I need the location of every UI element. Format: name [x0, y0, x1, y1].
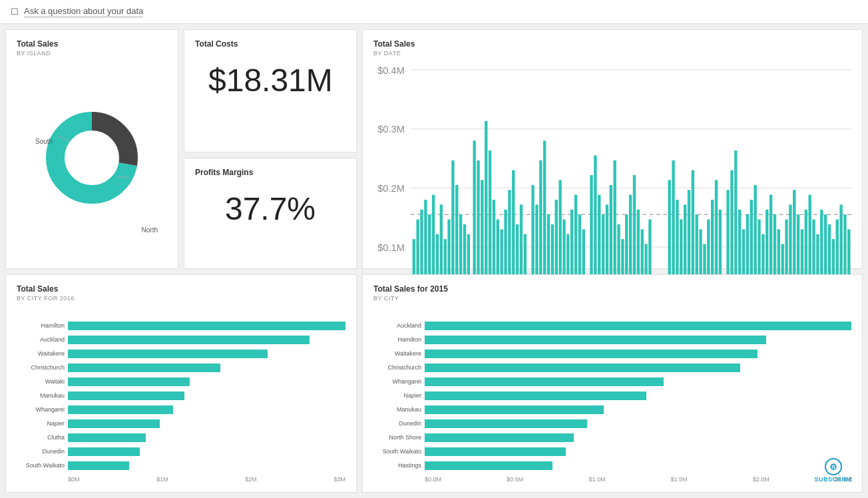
- bar-label: Clutha: [17, 434, 65, 441]
- bar-fill: [425, 377, 664, 386]
- x-axis-label: $0M: [68, 476, 80, 483]
- bar-fill: [68, 391, 184, 400]
- bar-label: Whangarei: [17, 406, 65, 413]
- bar-track: [425, 461, 851, 470]
- bar-fill: [68, 461, 129, 470]
- bar-label: South Waikato: [17, 462, 65, 469]
- list-item: Waitakere: [17, 348, 345, 359]
- list-item: Dunedin: [17, 446, 345, 457]
- bar-label: Hastings: [373, 462, 421, 469]
- card-subtitle: BY ISLAND: [17, 50, 167, 57]
- svg-text:$0.4M: $0.4M: [377, 65, 405, 76]
- x-axis-label: $2M: [245, 476, 257, 483]
- x-axis-label: $1.0M: [588, 476, 605, 483]
- ask-question-label[interactable]: Ask a question about your data: [24, 6, 143, 17]
- list-item: Auckland: [373, 320, 851, 331]
- bar-label: South Waikato: [373, 448, 421, 455]
- x-axis-label: $2.0M: [753, 476, 769, 483]
- bar-label: Christchurch: [17, 364, 65, 371]
- dashboard: Total Sales BY ISLAND South North Total …: [0, 24, 868, 498]
- bar-track: [68, 336, 345, 344]
- x-axis-label: $0.0M: [425, 476, 441, 483]
- bar-fill: [425, 461, 552, 470]
- donut-container: South North: [17, 57, 167, 259]
- donut-chart: [39, 105, 145, 211]
- bar-label: Manukau: [373, 406, 421, 413]
- bar-track: [68, 405, 345, 414]
- card-title: Total Sales: [17, 39, 167, 49]
- bar-fill: [68, 447, 140, 456]
- city2016-bar-chart: Hamilton Auckland Waitakere Christchurch…: [17, 302, 345, 474]
- total-sales-city-2015-card: Total Sales for 2015 BY CITY Auckland Ha…: [362, 274, 863, 493]
- subscribe-button[interactable]: ⚙ SUBSCRIBE: [814, 457, 853, 483]
- bar-label: North Shore: [373, 434, 421, 441]
- total-costs-title: Total Costs: [195, 39, 238, 49]
- bar-track: [425, 391, 851, 400]
- profit-margins-title: Profits Margins: [195, 168, 345, 177]
- bar-track: [425, 350, 851, 358]
- city2016-x-axis: $0M$1M$2M$3M: [17, 476, 345, 483]
- bar-fill: [68, 322, 345, 330]
- bar-fill: [68, 350, 268, 358]
- bar-track: [425, 322, 851, 330]
- bar-fill: [425, 336, 766, 344]
- bar-track: [425, 336, 851, 344]
- bar-track: [68, 377, 345, 386]
- subscribe-icon: ⚙: [824, 457, 843, 476]
- bar-label: Hamilton: [373, 336, 421, 343]
- bar-fill: [68, 336, 310, 344]
- total-costs-value: $18.31M: [195, 62, 333, 99]
- list-item: Whangarei: [17, 404, 345, 415]
- bar-track: [68, 461, 345, 470]
- city2016-title: Total Sales: [17, 284, 345, 294]
- x-axis-label: $3M: [333, 476, 345, 483]
- col2-stack: Total Costs $18.31M Profits Margins 37.7…: [184, 29, 357, 269]
- list-item: Napier: [17, 418, 345, 429]
- list-item: Manukau: [373, 404, 851, 415]
- bar-fill: [68, 405, 173, 414]
- list-item: Auckland: [17, 334, 345, 345]
- list-item: Whangarei: [373, 376, 851, 387]
- bar-track: [68, 419, 345, 428]
- city2015-title: Total Sales for 2015: [373, 284, 851, 294]
- svg-text:$0.3M: $0.3M: [377, 124, 405, 135]
- bar-track: [425, 377, 851, 386]
- bar-label: Auckland: [373, 322, 421, 329]
- bar-track: [425, 447, 851, 456]
- svg-text:$0.2M: $0.2M: [377, 184, 405, 194]
- city2015-subtitle: BY CITY: [373, 295, 851, 302]
- list-item: Hastings: [373, 460, 851, 471]
- bar-fill: [68, 419, 160, 428]
- bar-label: Dunedin: [373, 420, 421, 427]
- bar-fill: [68, 433, 146, 442]
- list-item: Christchurch: [17, 362, 345, 373]
- bar-fill: [425, 391, 646, 400]
- bar-label: Hamilton: [17, 322, 65, 329]
- list-item: Waitakere: [373, 348, 851, 359]
- list-item: Napier: [373, 390, 851, 401]
- north-label: North: [142, 226, 158, 234]
- svg-text:$0.1M: $0.1M: [377, 242, 405, 253]
- bar-fill: [425, 419, 587, 428]
- bar-label: Napier: [17, 420, 65, 427]
- bar-fill: [425, 447, 566, 456]
- bar-track: [68, 433, 345, 442]
- x-axis-label: $0.5M: [507, 476, 523, 483]
- bar-fill: [425, 433, 574, 442]
- bar-label: Auckland: [17, 336, 65, 343]
- x-axis-label: $1.5M: [671, 476, 688, 483]
- list-item: North Shore: [373, 432, 851, 443]
- city2015-bar-chart: Auckland Hamilton Waitakere Christchurch…: [373, 302, 851, 474]
- bar-label: Napier: [373, 392, 421, 399]
- total-sales-date-card: Total Sales BY DATE $0.4M $0.3M $0.2M $0…: [362, 29, 863, 269]
- bar-track: [425, 433, 851, 442]
- bar-label: Dunedin: [17, 448, 65, 455]
- bar-fill: [425, 350, 758, 358]
- total-sales-date-title: Total Sales: [373, 39, 851, 49]
- profit-margins-card: Profits Margins 37.7%: [184, 158, 357, 269]
- bar-fill: [425, 322, 851, 330]
- svg-text:⚙: ⚙: [829, 462, 837, 472]
- bar-fill: [68, 377, 190, 386]
- list-item: Manukau: [17, 390, 345, 401]
- bar-track: [68, 364, 345, 372]
